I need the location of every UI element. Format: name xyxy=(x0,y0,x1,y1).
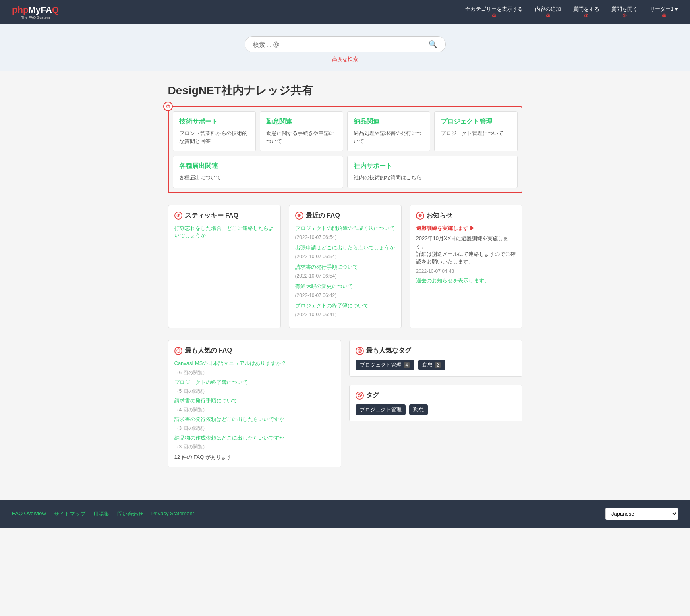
lower-grid: ⑪ 最も人気の FAQ CanvasLMSの日本語マニュアルはありますか？ （6… xyxy=(168,340,522,479)
tags-section: ⑬ タグ プロジェクト管理 勤怠 xyxy=(349,385,522,421)
popular-faq-item-1: プロジェクトの終了簿について （5 回の閲覧） xyxy=(174,379,335,395)
popular-faq-num: ⑪ xyxy=(174,347,182,355)
header: phpMyFAQ The FAQ System 全カテゴリーを表示する ① 内容… xyxy=(0,0,690,24)
footer-link-3[interactable]: 問い合わせ xyxy=(117,510,143,518)
popular-tag-label-0: プロジェクト管理 xyxy=(360,361,402,369)
search-button[interactable]: 🔍 xyxy=(429,40,437,49)
nav-open-question[interactable]: 質問を開く ④ xyxy=(611,6,638,19)
popular-tag-label-1: 勤怠 xyxy=(422,361,433,369)
notice-past-link[interactable]: 過去のお知らせを表示します。 xyxy=(416,278,489,284)
recent-faq-item-4: プロジェクトの終了簿について (2022-10-07 06:41) xyxy=(295,302,395,317)
logo-q: Q xyxy=(52,5,59,15)
recent-faq-link-2[interactable]: 請求書の発行手順について xyxy=(295,263,395,271)
right-column: ⑫ 最も人気なタグ プロジェクト管理 4 勤怠 2 ⑬ xyxy=(349,340,522,479)
tag-0[interactable]: プロジェクト管理 xyxy=(356,404,406,415)
notice-title-header: ⑩ お知らせ xyxy=(416,212,516,220)
popular-faq-link-0[interactable]: CanvasLMSの日本語マニュアルはありますか？ xyxy=(174,360,335,367)
notice-body: 2022年10月XX日に避難訓練を実施します。 詳細は別途メールにて連絡しますの… xyxy=(416,234,516,266)
notice-label: お知らせ xyxy=(427,212,452,220)
popular-faq-link-3[interactable]: 請求書の発行依頼はどこに出したらいいですか xyxy=(174,416,335,423)
notice-headline[interactable]: 避難訓練を実施します ▶ xyxy=(416,225,516,232)
popular-faq-count-3: （3 回の閲覧） xyxy=(174,425,207,431)
category-card-3[interactable]: プロジェクト管理 プロジェクト管理について xyxy=(434,111,518,151)
popular-tags-list: プロジェクト管理 4 勤怠 2 xyxy=(356,360,516,370)
footer-link-4[interactable]: Privacy Statement xyxy=(151,510,194,518)
notice-num: ⑩ xyxy=(416,212,424,220)
popular-tags-num: ⑫ xyxy=(356,347,364,355)
category-card-desc-1: 勤怠に関する手続きや申請について xyxy=(266,129,337,145)
category-card-title-2: 納品関連 xyxy=(354,118,424,126)
nav-add-content-badge: ② xyxy=(535,13,561,19)
nav-ask-question-label: 質問をする xyxy=(573,6,599,12)
language-select[interactable]: JapaneseEnglish xyxy=(605,508,678,520)
footer-link-1[interactable]: サイトマップ xyxy=(54,510,85,518)
logo-faq: FA xyxy=(41,5,52,15)
popular-faq-count-4: （3 回の閲覧） xyxy=(174,444,207,450)
category-card-desc-0: フロント営業部からの技術的な質問と回答 xyxy=(179,129,250,145)
tag-1[interactable]: 勤怠 xyxy=(409,404,428,415)
popular-faq-item-0: CanvasLMSの日本語マニュアルはありますか？ （6 回の閲覧） xyxy=(174,360,335,376)
popular-tags-label: 最も人気なタグ xyxy=(366,346,411,355)
category-card-2[interactable]: 納品関連 納品処理や請求書の発行について xyxy=(347,111,431,151)
recent-faq-link-3[interactable]: 有給休暇の変更について xyxy=(295,283,395,290)
nav-all-categories-badge: ① xyxy=(465,13,523,19)
popular-faq-count-2: （4 回の閲覧） xyxy=(174,407,207,413)
advanced-search-link[interactable]: 高度な検索 xyxy=(0,56,690,63)
category-card-0[interactable]: 技術サポート フロント営業部からの技術的な質問と回答 xyxy=(173,111,256,151)
category-card-5[interactable]: 社内サポート 社内の技術的な質問はこちら xyxy=(347,156,518,188)
category-section-num: ⑦ xyxy=(163,102,173,111)
popular-tags-section: ⑫ 最も人気なタグ プロジェクト管理 4 勤怠 2 xyxy=(349,340,522,377)
sticky-faq-num: ⑧ xyxy=(174,212,182,220)
tag-label-1: 勤怠 xyxy=(413,406,424,413)
recent-faq-link-0[interactable]: プロジェクトの開始簿の作成方法について xyxy=(295,225,395,232)
popular-tag-1[interactable]: 勤怠 2 xyxy=(418,360,445,370)
nav-add-content[interactable]: 内容の追加 ② xyxy=(535,6,561,19)
popular-tag-0[interactable]: プロジェクト管理 4 xyxy=(356,360,414,370)
logo-subtitle: The FAQ System xyxy=(12,15,59,19)
search-input[interactable] xyxy=(253,41,429,48)
notice-date: 2022-10-07 04:48 xyxy=(416,268,516,274)
notice-section: ⑩ お知らせ 避難訓練を実施します ▶ 2022年10月XX日に避難訓練を実施し… xyxy=(410,205,522,328)
category-card-1[interactable]: 勤怠関連 勤怠に関する手続きや申請について xyxy=(260,111,343,151)
recent-faq-link-4[interactable]: プロジェクトの終了簿について xyxy=(295,302,395,309)
recent-faq-item-2: 請求書の発行手順について (2022-10-07 06:54) xyxy=(295,263,395,279)
recent-faq-item-3: 有給休暇の変更について (2022-10-07 06:42) xyxy=(295,283,395,298)
sticky-faq-link-0[interactable]: 打刻忘れをした場合、どこに連絡したらよいでしょうか xyxy=(174,225,274,239)
logo[interactable]: phpMyFAQ The FAQ System xyxy=(12,5,59,19)
recent-faq-section: ⑨ 最近の FAQ プロジェクトの開始簿の作成方法について (2022-10-0… xyxy=(289,205,402,328)
category-card-title-3: プロジェクト管理 xyxy=(441,118,511,126)
recent-faq-meta-4: (2022-10-07 06:41) xyxy=(295,312,337,317)
bottom-grid: ⑧ スティッキー FAQ 打刻忘れをした場合、どこに連絡したらよいでしょうか ⑨… xyxy=(168,205,522,328)
nav-user-menu-label: リーダー1 ▾ xyxy=(650,6,678,12)
recent-faq-meta-1: (2022-10-07 06:54) xyxy=(295,254,337,259)
footer-link-2[interactable]: 用語集 xyxy=(93,510,109,518)
popular-faq-link-1[interactable]: プロジェクトの終了簿について xyxy=(174,379,335,386)
popular-faq-item-4: 納品物の作成依頼はどこに出したらいいですか （3 回の閲覧） xyxy=(174,434,335,450)
recent-faq-link-1[interactable]: 出張申請はどこに出したらよいでしょうか xyxy=(295,244,395,251)
category-card-title-0: 技術サポート xyxy=(179,118,250,126)
nav-open-question-label: 質問を開く xyxy=(611,6,638,12)
popular-faq-label: 最も人気の FAQ xyxy=(185,346,232,355)
recent-faq-meta-2: (2022-10-07 06:54) xyxy=(295,273,337,279)
recent-faq-item-1: 出張申請はどこに出したらよいでしょうか (2022-10-07 06:54) xyxy=(295,244,395,259)
nav-add-content-label: 内容の追加 xyxy=(535,6,561,12)
sticky-faq-title: ⑧ スティッキー FAQ xyxy=(174,212,274,220)
sticky-faq-item-0: 打刻忘れをした場合、どこに連絡したらよいでしょうか xyxy=(174,225,274,239)
tag-label-0: プロジェクト管理 xyxy=(360,406,402,413)
popular-faq-link-2[interactable]: 請求書の発行手順について xyxy=(174,397,335,404)
category-card-title-4: 各種届出関連 xyxy=(179,162,337,170)
nav-ask-question[interactable]: 質問をする ③ xyxy=(573,6,599,19)
sticky-faq-section: ⑧ スティッキー FAQ 打刻忘れをした場合、どこに連絡したらよいでしょうか xyxy=(168,205,281,328)
popular-tags-title: ⑫ 最も人気なタグ xyxy=(356,346,516,355)
category-card-4[interactable]: 各種届出関連 各種届出について xyxy=(173,156,343,188)
recent-faq-meta-0: (2022-10-07 06:54) xyxy=(295,234,337,240)
category-card-desc-4: 各種届出について xyxy=(179,174,337,182)
nav-user-menu[interactable]: リーダー1 ▾ ⑤ xyxy=(650,6,678,19)
nav-all-categories[interactable]: 全カテゴリーを表示する ① xyxy=(465,6,523,19)
recent-faq-num: ⑨ xyxy=(295,212,303,220)
popular-faq-link-4[interactable]: 納品物の作成依頼はどこに出したらいいですか xyxy=(174,434,335,442)
category-grid-wrapper: ⑦ 技術サポート フロント営業部からの技術的な質問と回答 勤怠関連 勤怠に関する… xyxy=(168,106,522,193)
footer-link-0[interactable]: FAQ Overview xyxy=(12,510,46,518)
tags-num: ⑬ xyxy=(356,392,364,400)
tags-label: タグ xyxy=(366,391,379,400)
